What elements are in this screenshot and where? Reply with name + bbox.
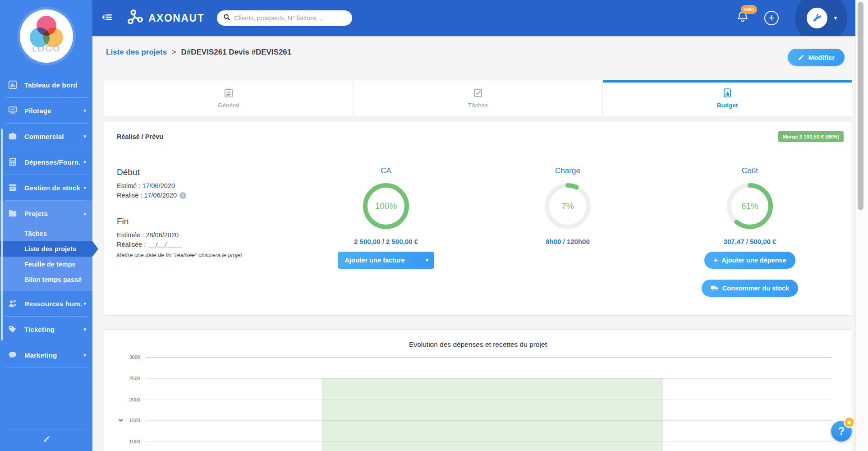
sidebar-item-label: Ressources hum. bbox=[24, 300, 83, 308]
panel-title: Réalisé / Prévu bbox=[117, 133, 163, 140]
y-axis-label: € bbox=[118, 419, 124, 422]
grid-line bbox=[146, 357, 832, 358]
main-content: Liste des projets > D#DEVIS261 Devis #DE… bbox=[92, 36, 855, 451]
plus-icon: + bbox=[713, 256, 718, 265]
quick-add-button[interactable]: + bbox=[764, 11, 779, 25]
people-icon bbox=[7, 298, 18, 309]
sidebar-item-label: Ticketing bbox=[24, 326, 83, 333]
global-search[interactable] bbox=[217, 10, 352, 26]
company-logo[interactable]: LOGO bbox=[0, 0, 92, 72]
search-input[interactable] bbox=[234, 14, 346, 22]
theme-brush-button[interactable] bbox=[0, 429, 92, 451]
debut-realise: Réalisé : 17/06/2020 i bbox=[117, 191, 266, 200]
sidebar-item-ticketing[interactable]: Ticketing ▾ bbox=[0, 317, 92, 342]
tab-label: Tâches bbox=[468, 102, 488, 109]
checkbox-icon bbox=[473, 87, 483, 98]
account-menu-caret[interactable]: ▼ bbox=[833, 15, 838, 21]
paintbrush-icon bbox=[42, 435, 51, 445]
chevron-down-icon: ▾ bbox=[83, 108, 86, 114]
sidebar-item-liste-des-projets[interactable]: Liste des projets bbox=[0, 241, 92, 257]
y-tick-label: 2500 bbox=[109, 376, 140, 381]
gauge-ca: CA 100% 2 500,00 / 2 500,00 € Ajouter un… bbox=[318, 166, 454, 269]
budget-panel-header: Réalisé / Prévu Marge 2 192,53 € (88%) bbox=[104, 122, 852, 150]
topbar-right: 1681 + ▼ bbox=[736, 0, 855, 36]
page-scrollbar[interactable] bbox=[855, 0, 868, 451]
brand-name: AXONAUT bbox=[148, 12, 204, 24]
sidebar-subitem-label: Bilan temps passé bbox=[24, 276, 82, 283]
dates-block: Début Estimé : 17/06/2020 Réalisé : 17/0… bbox=[117, 167, 266, 258]
logo-text: LOGO bbox=[20, 44, 73, 54]
info-icon[interactable]: i bbox=[179, 192, 186, 199]
sidebar-item-label: Dépenses/Fourn. bbox=[24, 158, 83, 166]
sidebar-item-pilotage[interactable]: Pilotage ▾ bbox=[0, 98, 92, 123]
chevron-down-icon: ▾ bbox=[83, 159, 86, 165]
collapse-sidebar-icon[interactable] bbox=[101, 13, 113, 23]
fin-title: Fin bbox=[117, 216, 266, 226]
gauge-charge: Charge 7% 8h00 / 120h00 bbox=[500, 166, 635, 245]
sidebar-item-feuille-de-temps[interactable]: Feuille de temps bbox=[0, 257, 92, 272]
sidebar-item-projets[interactable]: Projets ▴ bbox=[0, 201, 92, 226]
debut-estime: Estimé : 17/06/2020 bbox=[117, 181, 266, 191]
sidebar-item-tableau-de-bord[interactable]: Tableau de bord bbox=[0, 72, 92, 97]
modify-button[interactable]: Modifier bbox=[788, 49, 845, 66]
sidebar-item-label: Projets bbox=[24, 210, 83, 217]
sidebar-item-gestion-de-stock[interactable]: Gestion de stock ▾ bbox=[0, 175, 92, 200]
sidebar-item-bilan-temps-passe[interactable]: Bilan temps passé bbox=[0, 272, 92, 287]
chevron-down-icon: ▾ bbox=[83, 327, 86, 332]
briefcase-icon bbox=[7, 131, 18, 142]
consume-stock-button[interactable]: Consommer du stock bbox=[702, 280, 798, 297]
page-scrollbar-thumb[interactable] bbox=[858, 2, 863, 210]
tab-general[interactable]: Général bbox=[104, 80, 354, 116]
add-invoice-label: Ajouter une facture bbox=[338, 252, 412, 269]
sidebar-item-commercial[interactable]: Commercial ▾ bbox=[0, 124, 92, 149]
presentation-icon bbox=[7, 105, 18, 116]
tab-budget[interactable]: Budget bbox=[603, 80, 852, 116]
sidebar-item-label: Pilotage bbox=[24, 107, 83, 115]
sidebar-item-label: Marketing bbox=[24, 351, 83, 359]
revenue-bar[interactable] bbox=[322, 378, 663, 451]
sidebar-item-taches[interactable]: Tâches bbox=[0, 226, 92, 241]
chevron-down-icon: ▾ bbox=[83, 185, 86, 191]
gauge-amount: 307,47 / 500,00 € bbox=[682, 238, 817, 245]
sidebar-item-marketing[interactable]: Marketing ▾ bbox=[0, 342, 92, 368]
breadcrumb: Liste des projets > D#DEVIS261 Devis #DE… bbox=[106, 48, 291, 57]
fin-realisee-date-input[interactable]: __/__/____ bbox=[148, 240, 181, 249]
fin-realisee-label: Réalisée : bbox=[117, 240, 146, 249]
notifications-button[interactable]: 1681 bbox=[736, 10, 749, 26]
axonaut-molecule-icon bbox=[127, 9, 144, 28]
add-invoice-button[interactable]: Ajouter une facture ▼ bbox=[338, 252, 435, 269]
breadcrumb-separator: > bbox=[172, 48, 176, 56]
search-icon bbox=[223, 14, 230, 23]
sidebar-scrollbar-thumb[interactable] bbox=[1, 129, 3, 341]
tab-label: Général bbox=[218, 102, 239, 109]
notification-count-badge: 1681 bbox=[741, 5, 757, 14]
project-tabs: Général Tâches Budget bbox=[104, 80, 852, 116]
sidebar-item-ressources-hum[interactable]: Ressources hum. ▾ bbox=[0, 291, 92, 316]
breadcrumb-link-liste-des-projets[interactable]: Liste des projets bbox=[106, 48, 167, 56]
tab-taches[interactable]: Tâches bbox=[354, 80, 603, 116]
sidebar-subitem-label: Tâches bbox=[24, 230, 47, 237]
chevron-down-icon: ▾ bbox=[83, 133, 86, 139]
sidebar-item-depenses-fourn[interactable]: Dépenses/Fourn. ▾ bbox=[0, 149, 92, 175]
wrench-icon bbox=[812, 13, 822, 23]
marge-badge: Marge 2 192,53 € (88%) bbox=[778, 131, 844, 142]
sidebar-footer bbox=[0, 429, 92, 451]
ca-donut: 100% bbox=[361, 181, 411, 231]
sidebar-subitem-label: Feuille de temps bbox=[24, 261, 76, 268]
id-card-icon bbox=[223, 87, 234, 98]
axonaut-brand[interactable]: AXONAUT bbox=[127, 9, 204, 28]
y-tick-label: 2000 bbox=[109, 397, 140, 402]
archive-box-icon bbox=[7, 182, 18, 193]
budget-chart-icon bbox=[722, 87, 733, 98]
chat-bubble-icon bbox=[7, 350, 18, 360]
help-button[interactable]: ? ★ bbox=[831, 421, 852, 442]
account-avatar[interactable] bbox=[807, 8, 827, 28]
gauge-amount: 2 500,00 / 2 500,00 € bbox=[318, 238, 454, 245]
gauge-percent: 100% bbox=[361, 181, 411, 231]
sidebar-projects-group: Projets ▴ Tâches Liste des projets Feuil… bbox=[0, 201, 92, 291]
y-tick-label: 3000 bbox=[109, 354, 140, 360]
add-expense-button[interactable]: + Ajouter une dépense bbox=[704, 252, 795, 269]
gauge-cout: Coût 61% 307,47 / 500,00 € + Ajouter une… bbox=[682, 166, 817, 297]
invoice-dropdown-caret[interactable]: ▼ bbox=[420, 258, 435, 263]
sidebar-item-label: Tableau de bord bbox=[24, 81, 86, 89]
